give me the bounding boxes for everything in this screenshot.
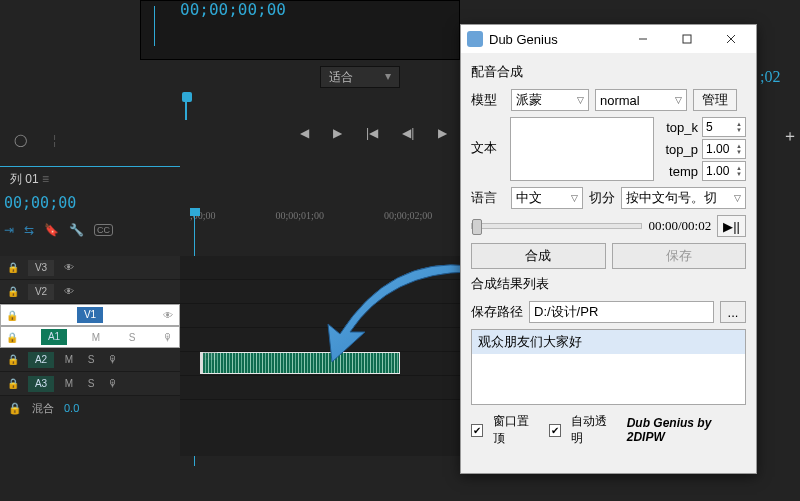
- lock-icon[interactable]: 🔒: [6, 286, 20, 297]
- solo-button[interactable]: S: [84, 354, 98, 365]
- cc-icon[interactable]: CC: [94, 224, 113, 236]
- chevron-down-icon: ▽: [675, 95, 682, 105]
- audio-clip[interactable]: 蒋: [200, 352, 400, 374]
- temp-label: temp: [660, 164, 698, 179]
- credit-label: Dub Genius by 2DIPW: [627, 416, 746, 444]
- lock-icon[interactable]: 🔒: [6, 378, 20, 389]
- lang-label: 语言: [471, 189, 505, 207]
- fit-dropdown[interactable]: 适合: [320, 66, 400, 88]
- topp-spinner[interactable]: 1.00▲▼: [702, 139, 746, 159]
- result-item[interactable]: 观众朋友们大家好: [472, 330, 745, 354]
- mode-select[interactable]: normal▽: [595, 89, 687, 111]
- split-label: 切分: [589, 189, 615, 207]
- mute-button[interactable]: M: [62, 378, 76, 389]
- window-title: Dub Genius: [489, 32, 558, 47]
- mute-button[interactable]: M: [89, 332, 103, 343]
- text-input[interactable]: [510, 117, 654, 181]
- chevron-down-icon: ▽: [734, 193, 741, 203]
- spinner-arrows-icon: ▲▼: [736, 143, 742, 155]
- ruler-tick: 00;00;02;00: [384, 210, 432, 224]
- divider-icon: ¦: [53, 133, 56, 147]
- chevron-down-icon: ▽: [571, 193, 578, 203]
- track-a2[interactable]: 🔒A2MS🎙: [0, 348, 180, 372]
- topp-label: top_p: [660, 142, 698, 157]
- topmost-checkbox[interactable]: ✔: [471, 424, 483, 437]
- save-path-input[interactable]: D:/设计/PR: [529, 301, 714, 323]
- eye-icon[interactable]: 👁: [161, 310, 175, 321]
- link-icon[interactable]: ⇆: [24, 223, 34, 237]
- eye-icon[interactable]: 👁: [62, 262, 76, 273]
- transparent-checkbox[interactable]: ✔: [549, 424, 561, 437]
- close-button[interactable]: [712, 25, 750, 53]
- monitor-timecode[interactable]: 00;00;00;00: [180, 0, 286, 19]
- lang-select[interactable]: 中文▽: [511, 187, 583, 209]
- lock-icon[interactable]: 🔒: [6, 354, 20, 365]
- lock-icon[interactable]: 🔒: [5, 310, 19, 321]
- snap-icon[interactable]: ⇥: [4, 223, 14, 237]
- mark-out-icon[interactable]: ▶: [333, 126, 342, 140]
- track-headers: 🔒V3👁 🔒V2👁 🔒V1👁 🔒A1MS🎙 🔒A2MS🎙 🔒A3MS🎙 🔒混合0…: [0, 256, 180, 420]
- track-a3[interactable]: 🔒A3MS🎙: [0, 372, 180, 396]
- playback-time: 00:00/00:02: [648, 218, 711, 234]
- browse-button[interactable]: ...: [720, 301, 746, 323]
- window-body: 配音合成 模型 派蒙▽ normal▽ 管理 文本 top_k5▲▼ top_p…: [461, 53, 756, 455]
- param-column: top_k5▲▼ top_p1.00▲▼ temp1.00▲▼: [660, 117, 746, 181]
- chevron-down-icon: ▽: [577, 95, 584, 105]
- app-icon: [467, 31, 483, 47]
- synth-button[interactable]: 合成: [471, 243, 606, 269]
- mute-button[interactable]: M: [62, 354, 76, 365]
- track-v2[interactable]: 🔒V2👁: [0, 280, 180, 304]
- lock-icon[interactable]: 🔒: [8, 402, 22, 415]
- right-timecode: ;02: [760, 68, 780, 86]
- track-v3[interactable]: 🔒V3👁: [0, 256, 180, 280]
- voiceover-icon[interactable]: 🎙: [106, 378, 120, 389]
- wrench-icon[interactable]: 🔧: [69, 223, 84, 237]
- step-back-icon[interactable]: ◀|: [402, 126, 414, 140]
- model-select[interactable]: 派蒙▽: [511, 89, 589, 111]
- topk-label: top_k: [660, 120, 698, 135]
- minimize-button[interactable]: [624, 25, 662, 53]
- manage-button[interactable]: 管理: [693, 89, 737, 111]
- solo-button[interactable]: S: [125, 332, 139, 343]
- monitor-playhead[interactable]: [182, 92, 192, 102]
- mark-in-icon[interactable]: ◀: [300, 126, 309, 140]
- monitor-marker: [154, 6, 155, 46]
- transparent-label: 自动透明: [571, 413, 616, 447]
- maximize-button[interactable]: [668, 25, 706, 53]
- eye-icon[interactable]: 👁: [62, 286, 76, 297]
- timeline-playhead[interactable]: [190, 208, 200, 216]
- track-a1[interactable]: 🔒A1MS🎙: [0, 326, 180, 348]
- timeline-ruler[interactable]: ;00;00 00;00;01;00 00;00;02;00: [190, 210, 432, 224]
- topk-spinner[interactable]: 5▲▼: [702, 117, 746, 137]
- temp-spinner[interactable]: 1.00▲▼: [702, 161, 746, 181]
- results-list[interactable]: 观众朋友们大家好: [471, 329, 746, 405]
- sequence-timecode[interactable]: 00;00;00: [4, 194, 76, 212]
- spinner-arrows-icon: ▲▼: [736, 165, 742, 177]
- sequence-tab[interactable]: 列 01 ≡: [0, 166, 180, 192]
- timeline-tools: ⇥ ⇆ 🔖 🔧 CC: [4, 218, 184, 242]
- solo-button[interactable]: S: [84, 378, 98, 389]
- dub-genius-window[interactable]: Dub Genius 配音合成 模型 派蒙▽ normal▽ 管理 文本 top…: [460, 24, 757, 474]
- track-v1[interactable]: 🔒V1👁: [0, 304, 180, 326]
- mix-row[interactable]: 🔒混合0.0: [0, 396, 180, 420]
- path-label: 保存路径: [471, 303, 523, 321]
- add-button-icon[interactable]: ＋: [782, 126, 798, 147]
- play-icon[interactable]: ▶: [438, 126, 447, 140]
- lock-icon[interactable]: 🔒: [5, 332, 19, 343]
- text-label: 文本: [471, 139, 504, 157]
- split-select[interactable]: 按中文句号。切▽: [621, 187, 746, 209]
- record-icon[interactable]: ◯: [14, 133, 27, 147]
- ruler-tick: 00;00;01;00: [276, 210, 324, 224]
- play-pause-button[interactable]: ▶||: [717, 215, 746, 237]
- marker-icon[interactable]: 🔖: [44, 223, 59, 237]
- slider-thumb[interactable]: [472, 219, 482, 235]
- section-results-header: 合成结果列表: [471, 275, 746, 293]
- voiceover-icon[interactable]: 🎙: [161, 332, 175, 343]
- playback-slider[interactable]: [471, 223, 642, 229]
- lock-icon[interactable]: 🔒: [6, 262, 20, 273]
- footer-row: ✔ 窗口置顶 ✔ 自动透明 Dub Genius by 2DIPW: [471, 413, 746, 447]
- save-button[interactable]: 保存: [612, 243, 747, 269]
- voiceover-icon[interactable]: 🎙: [106, 354, 120, 365]
- titlebar[interactable]: Dub Genius: [461, 25, 756, 53]
- go-start-icon[interactable]: |◀: [366, 126, 378, 140]
